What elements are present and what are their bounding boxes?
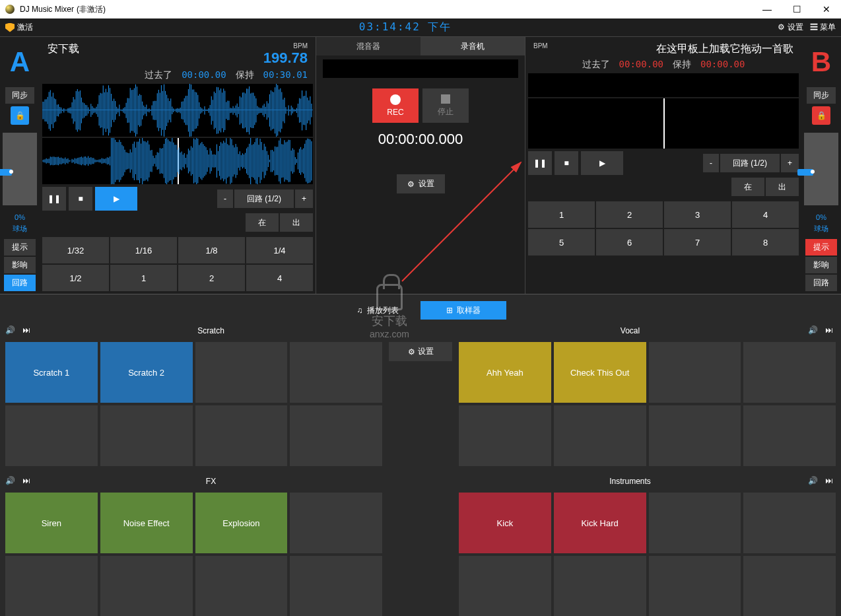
deck-a-sync-button[interactable]: 同步 [5, 87, 34, 104]
pad-scratch-2[interactable]: Scratch 2 [100, 342, 193, 403]
sampler-settings-button[interactable]: ⚙ 设置 [389, 342, 452, 361]
deck-a-loop-grid-3[interactable]: 1/4 [246, 237, 313, 263]
pad-empty[interactable] [743, 405, 836, 466]
pad-empty[interactable] [554, 556, 646, 616]
pad-empty[interactable] [290, 342, 382, 403]
deck-b-cue-grid-5[interactable]: 6 [596, 229, 663, 256]
deck-b-cue-grid-1[interactable]: 2 [596, 201, 663, 228]
deck-a-pause-button[interactable]: ❚❚ [42, 187, 66, 211]
pad-empty[interactable] [5, 405, 98, 466]
settings-button[interactable]: ⚙ 设置 [778, 22, 803, 33]
deck-a-loop-grid-0[interactable]: 1/32 [42, 237, 109, 263]
deck-a-loop-plus[interactable]: + [295, 189, 313, 208]
pad-empty[interactable] [649, 556, 741, 616]
deck-a-loop-size[interactable]: 回路 (1/2) [234, 189, 294, 208]
deck-a-overview-waveform[interactable] [42, 84, 313, 137]
deck-a-loop-grid-4[interactable]: 1/2 [42, 265, 109, 291]
deck-b-lock-button[interactable]: 🔒 [812, 106, 830, 125]
deck-b-cue-grid-2[interactable]: 3 [664, 201, 731, 228]
deck-a-loop-out[interactable]: 出 [280, 213, 313, 232]
pad-empty[interactable] [649, 493, 741, 553]
deck-b-loop-plus[interactable]: + [781, 154, 799, 172]
deck-a-detail-waveform[interactable] [42, 138, 313, 184]
deck-b-cue-grid-0[interactable]: 1 [528, 201, 595, 228]
deck-b-loop-button[interactable]: 回路 [805, 275, 837, 291]
pad-empty[interactable] [459, 556, 551, 616]
pad-empty[interactable] [195, 556, 288, 616]
skip-icon[interactable]: ⏭ [825, 325, 836, 336]
skip-icon[interactable]: ⏭ [825, 476, 836, 487]
speaker-icon[interactable]: 🔊 [808, 476, 819, 487]
pad-empty[interactable] [195, 342, 288, 403]
pad-empty[interactable] [290, 493, 382, 553]
deck-a-play-button[interactable]: ▶ [95, 187, 137, 211]
deck-a-pitch-slider[interactable] [3, 133, 37, 205]
pad-empty[interactable] [5, 556, 98, 616]
deck-a-loop-minus[interactable]: - [217, 189, 233, 208]
skip-icon[interactable]: ⏭ [22, 325, 33, 336]
pad-siren[interactable]: Siren [5, 493, 98, 553]
deck-a-loop-button[interactable]: 回路 [4, 275, 36, 291]
deck-b-cue-grid-7[interactable]: 8 [732, 229, 799, 256]
record-button[interactable]: REC [372, 88, 419, 123]
deck-b-pause-button[interactable]: ❚❚ [528, 151, 552, 175]
mixer-tab[interactable]: 混音器 [316, 37, 421, 55]
maximize-button[interactable]: ☐ [788, 3, 807, 16]
pad-empty[interactable] [100, 556, 193, 616]
deck-a-loop-grid-1[interactable]: 1/16 [110, 237, 177, 263]
deck-b-loop-size[interactable]: 回路 (1/2) [720, 154, 780, 172]
deck-a-lock-button[interactable]: 🔒 [11, 106, 29, 125]
pad-empty[interactable] [100, 405, 193, 466]
deck-b-cue-button[interactable]: 提示 [805, 239, 837, 256]
menu-button[interactable]: ☰ 菜单 [810, 22, 836, 33]
deck-b-loop-in[interactable]: 在 [731, 178, 764, 196]
deck-a-loop-grid-2[interactable]: 1/8 [178, 237, 245, 263]
deck-b-play-button[interactable]: ▶ [581, 151, 623, 175]
deck-b-detail-waveform[interactable] [528, 98, 799, 149]
deck-a-loop-grid-5[interactable]: 1 [110, 265, 177, 291]
deck-b-cue-grid-4[interactable]: 5 [528, 229, 595, 256]
pad-empty[interactable] [743, 556, 836, 616]
pad-scratch-1[interactable]: Scratch 1 [5, 342, 98, 403]
playlist-tab[interactable]: ♫ 播放列表 [335, 301, 421, 320]
stop-record-button[interactable]: 停止 [422, 88, 469, 123]
pad-empty[interactable] [459, 405, 551, 466]
close-button[interactable]: ✕ [817, 3, 836, 16]
deck-b-loop-minus[interactable]: - [703, 154, 719, 172]
pad-empty[interactable] [195, 405, 288, 466]
pad-check-this-out[interactable]: Check This Out [554, 342, 646, 403]
deck-a-loop-grid-6[interactable]: 2 [178, 265, 245, 291]
deck-b-cue-grid-6[interactable]: 7 [664, 229, 731, 256]
deck-b-fx-button[interactable]: 影响 [805, 257, 837, 273]
deck-a-loop-grid-7[interactable]: 4 [246, 265, 313, 291]
deck-b-cue-grid-3[interactable]: 4 [732, 201, 799, 228]
pad-empty[interactable] [649, 342, 741, 403]
deck-b-pitch-slider[interactable] [804, 133, 838, 205]
pad-empty[interactable] [649, 405, 741, 466]
deck-b-sync-button[interactable]: 同步 [807, 87, 836, 104]
pad-kick-hard[interactable]: Kick Hard [554, 493, 646, 553]
deck-a-loop-in[interactable]: 在 [246, 213, 279, 232]
activate-button[interactable]: 激活 [5, 22, 33, 33]
minimize-button[interactable]: — [757, 3, 777, 16]
deck-b-stop-button[interactable]: ■ [555, 151, 578, 175]
pad-empty[interactable] [290, 405, 382, 466]
speaker-icon[interactable]: 🔊 [5, 476, 16, 487]
pad-kick[interactable]: Kick [459, 493, 551, 553]
pad-empty[interactable] [743, 493, 836, 553]
deck-a-stop-button[interactable]: ■ [69, 187, 92, 211]
pad-explosion[interactable]: Explosion [195, 493, 288, 553]
skip-icon[interactable]: ⏭ [22, 476, 33, 487]
pad-ahh-yeah[interactable]: Ahh Yeah [459, 342, 551, 403]
sampler-tab[interactable]: ⊞ 取样器 [421, 301, 506, 320]
deck-a-fx-button[interactable]: 影响 [4, 257, 36, 273]
recorder-tab[interactable]: 录音机 [421, 37, 525, 55]
speaker-icon[interactable]: 🔊 [5, 325, 16, 336]
pad-empty[interactable] [743, 342, 836, 403]
deck-b-loop-out[interactable]: 出 [766, 178, 799, 196]
deck-a-cue-button[interactable]: 提示 [4, 239, 36, 256]
pad-empty[interactable] [554, 405, 646, 466]
deck-b-overview-waveform[interactable] [528, 73, 799, 97]
pad-empty[interactable] [290, 556, 382, 616]
speaker-icon[interactable]: 🔊 [808, 325, 819, 336]
